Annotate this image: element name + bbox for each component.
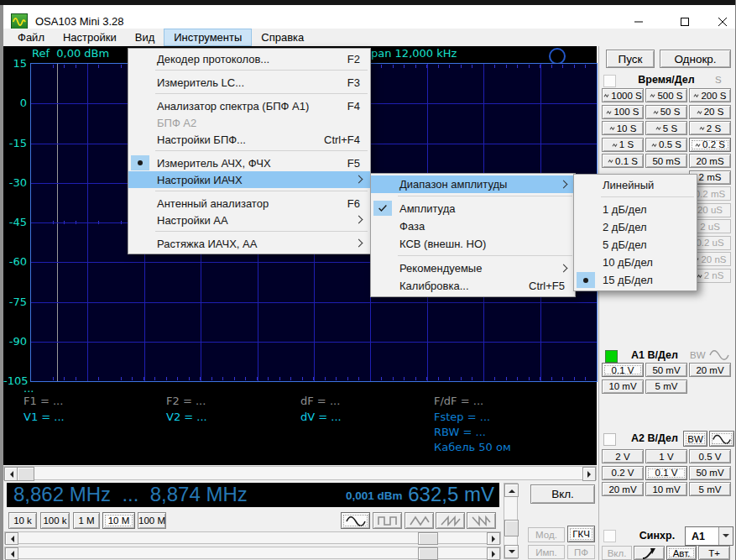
a1-vdiv-button-50-mv[interactable]: 50 mV	[645, 363, 687, 377]
time-div-button-1000-s[interactable]: 1000 S	[602, 88, 644, 102]
time-div-button-0-2-s[interactable]: 0.2 S	[689, 138, 731, 152]
time-div-button-50-s[interactable]: 50 S	[645, 105, 687, 119]
tools-menu-item-6[interactable]: Настройки БПФ...Ctrl+F4	[128, 131, 370, 148]
time-div-button-20-ms[interactable]: 20 mS	[689, 154, 731, 168]
range-menu-item-4[interactable]: 5 дБ/дел	[574, 236, 697, 254]
t-plus-button[interactable]: T+	[698, 546, 730, 560]
band-button-10k[interactable]: 10 k	[8, 512, 37, 529]
a2-vdiv-button-0-1-v[interactable]: 0.1 V	[645, 466, 687, 480]
tools-menu-item-9[interactable]: Настройки ИАЧХ	[128, 171, 370, 188]
band-button-100m[interactable]: 100 M	[138, 512, 166, 529]
tools-menu-item-14[interactable]: Растяжка ИАЧХ, АА	[128, 235, 370, 252]
time-div-button-20-s[interactable]: 20 S	[689, 105, 731, 119]
time-div-button-10-s[interactable]: 10 S	[602, 121, 644, 135]
sync-source-dropdown[interactable]: A1	[685, 526, 733, 546]
generator-on-button[interactable]: Вкл.	[530, 484, 595, 504]
chevron-down-icon[interactable]	[718, 527, 733, 545]
a1-vdiv-button-10-mv[interactable]: 10 mV	[602, 379, 644, 394]
time-div-button-0-1-s[interactable]: 0.1 S	[602, 154, 644, 168]
tools-menu-item-12[interactable]: Настройки АА	[128, 212, 370, 228]
a1-vdiv-button-5-mv[interactable]: 5 mV	[645, 379, 687, 394]
band-button-1m[interactable]: 1 M	[73, 512, 100, 529]
a2-vdiv-button-50-mv[interactable]: 50 mV	[689, 466, 731, 480]
scroll-right-icon[interactable]	[582, 467, 596, 481]
time-div-button-0-5-s[interactable]: 0.5 S	[645, 138, 687, 152]
mod-button[interactable]: Мод.	[528, 527, 565, 542]
gkch-button[interactable]: ГКЧ	[567, 526, 595, 542]
square-wave-button[interactable]	[373, 512, 402, 529]
imp-button[interactable]: Имп.	[528, 545, 565, 559]
a2-vdiv-button-20-mv[interactable]: 20 mV	[602, 482, 644, 496]
time-div-button-5-s[interactable]: 5 S	[645, 121, 687, 135]
sync-checkbox[interactable]	[603, 530, 616, 542]
frequency-scrollbar[interactable]	[3, 466, 597, 480]
iachh-menu-item-3[interactable]: Фаза	[371, 217, 575, 235]
scroll-down-icon[interactable]	[504, 545, 519, 558]
a2-vdiv-button-0-2-v[interactable]: 0.2 V	[602, 466, 644, 480]
a1-vdiv-button-20-mv[interactable]: 20 mV	[689, 363, 731, 377]
menubar-item-settings[interactable]: Настройки	[54, 29, 126, 46]
time-div-checkbox[interactable]	[603, 75, 616, 87]
menubar-item-tools[interactable]: Инструменты	[164, 29, 252, 46]
scroll-left-icon[interactable]	[5, 547, 18, 560]
coarse-tune-scrollbar[interactable]	[4, 531, 501, 544]
fine-tune-scrollbar[interactable]	[4, 547, 501, 559]
triangle-wave-button[interactable]	[405, 512, 434, 529]
tools-menu-item-5[interactable]: БПФ А2	[128, 114, 370, 131]
scrollbar-thumb[interactable]	[418, 532, 438, 545]
tools-menu-item-11[interactable]: Антенный анализаторF6	[128, 195, 370, 212]
pf-button[interactable]: ПФ	[567, 545, 595, 559]
menubar-item-file[interactable]: Файл	[8, 29, 54, 46]
single-button[interactable]: Однокр.	[660, 50, 731, 68]
time-div-button-1-s[interactable]: 1 S	[602, 138, 644, 152]
iachh-menu-item-7[interactable]: Калибровка...Ctrl+F5	[371, 277, 575, 295]
time-div-button-2-s[interactable]: 2 S	[689, 121, 731, 135]
time-div-button-50-ms[interactable]: 50 mS	[645, 154, 687, 168]
range-menu-item-0[interactable]: Линейный	[574, 176, 697, 194]
range-menu-item-2[interactable]: 1 дБ/дел	[574, 201, 697, 218]
iachh-menu-item-2[interactable]: Амплитуда	[371, 200, 575, 217]
tools-menu-item-8[interactable]: Измеритель АЧХ, ФЧХF5	[128, 154, 370, 171]
a2-vdiv-button-0-5-v[interactable]: 0.5 V	[689, 449, 731, 463]
a2-bw-button[interactable]: BW	[683, 431, 707, 447]
iachh-menu-item-6[interactable]: Рекомендуемые	[371, 259, 575, 277]
band-button-100k[interactable]: 100 k	[40, 512, 70, 529]
scrollbar-thumb[interactable]	[418, 547, 438, 560]
scroll-left-icon[interactable]	[4, 467, 18, 481]
scroll-up-icon[interactable]	[504, 484, 519, 497]
ramp-up-wave-button[interactable]	[436, 512, 465, 529]
scroll-right-icon[interactable]	[487, 532, 500, 545]
a2-vdiv-button-10-mv[interactable]: 10 mV	[645, 482, 687, 496]
band-button-10m[interactable]: 10 M	[102, 512, 135, 529]
a2-checkbox[interactable]	[603, 433, 616, 446]
auto-button[interactable]: Авт.	[666, 546, 697, 560]
a2-sine-button[interactable]	[709, 431, 734, 447]
a2-vdiv-button-2-v[interactable]: 2 V	[602, 449, 644, 463]
scroll-right-icon[interactable]	[487, 547, 500, 560]
iachh-menu-item-4[interactable]: КСВ (внешн. НО)	[371, 235, 575, 253]
range-menu-item-5[interactable]: 10 дБ/дел	[574, 254, 697, 271]
tools-menu-item-0[interactable]: Декодер протоколов...F2	[128, 50, 370, 67]
menubar-item-view[interactable]: Вид	[126, 29, 164, 46]
scrollbar-thumb[interactable]	[504, 520, 519, 536]
time-div-button-100-s[interactable]: 100 S	[602, 105, 644, 119]
run-button[interactable]: Пуск	[606, 50, 655, 68]
ramp-down-wave-button[interactable]	[467, 512, 496, 529]
trigger-slope-button[interactable]	[634, 546, 665, 560]
sync-on-button[interactable]: Вкл.	[602, 546, 632, 560]
iachh-menu-item-0[interactable]: Диапазон амплитуды	[371, 175, 575, 193]
range-menu-item-3[interactable]: 2 дБ/дел	[574, 218, 697, 236]
scrollbar-thumb[interactable]	[17, 467, 34, 481]
time-div-button-200-s[interactable]: 200 S	[689, 88, 731, 102]
scroll-left-icon[interactable]	[5, 532, 18, 545]
menubar-item-help[interactable]: Справка	[252, 29, 313, 46]
range-menu-item-6[interactable]: 15 дБ/дел	[574, 271, 697, 289]
tools-menu-item-4[interactable]: Анализатор спектра (БПФ А1)F4	[128, 97, 370, 114]
a2-vdiv-button-5-mv[interactable]: 5 mV	[689, 482, 731, 496]
a1-vdiv-button-0-1-v[interactable]: 0.1 V	[602, 363, 644, 377]
level-scrollbar[interactable]	[504, 483, 518, 559]
tools-menu-item-2[interactable]: Измеритель LC...F3	[128, 74, 370, 91]
sine-wave-button[interactable]	[341, 512, 370, 529]
a2-vdiv-button-1-v[interactable]: 1 V	[645, 449, 687, 463]
time-div-button-500-s[interactable]: 500 S	[645, 88, 687, 102]
